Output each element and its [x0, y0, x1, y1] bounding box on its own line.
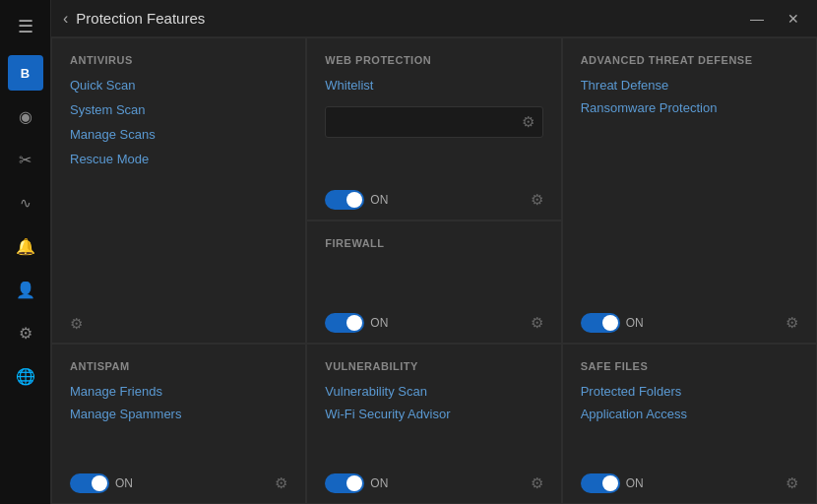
- antispam-gear-icon[interactable]: ⚙: [275, 474, 287, 492]
- card-safe-files: SAFE FILES Protected Folders Application…: [562, 344, 817, 504]
- card-web-protection-footer: ON ⚙: [325, 182, 542, 210]
- ransomware-protection-link[interactable]: Ransomware Protection: [581, 100, 798, 115]
- whitelist-gear-icon[interactable]: ⚙: [522, 113, 534, 131]
- whitelist-input[interactable]: ⚙: [325, 106, 542, 138]
- menu-icon[interactable]: ☰: [10, 8, 41, 45]
- vulnerability-toggle-container: ON: [325, 473, 388, 493]
- sidebar: ☰ B ◉ ✂ ∿ 🔔 👤 ⚙ 🌐: [0, 0, 51, 504]
- antispam-toggle-container: ON: [70, 473, 133, 493]
- back-button[interactable]: ‹: [63, 10, 68, 28]
- advanced-threat-toggle-container: ON: [581, 313, 644, 333]
- settings-icon: ⚙: [19, 324, 32, 343]
- page-title: Protection Features: [76, 10, 744, 27]
- card-advanced-threat: ADVANCED THREAT DEFENSE Threat Defense R…: [562, 37, 817, 344]
- card-firewall-footer: ON ⚙: [325, 305, 542, 333]
- card-firewall-title: FIREWALL: [325, 237, 542, 249]
- card-safe-files-footer: ON ⚙: [581, 466, 798, 493]
- whitelist-link[interactable]: Whitelist: [325, 78, 542, 93]
- close-button[interactable]: ✕: [782, 9, 805, 29]
- sidebar-item-bell[interactable]: 🔔: [8, 228, 43, 264]
- rescue-mode-link[interactable]: Rescue Mode: [70, 152, 287, 166]
- advanced-threat-toggle[interactable]: [581, 313, 620, 333]
- card-vulnerability: VULNERABILITY Vulnerability Scan Wi-Fi S…: [306, 344, 561, 504]
- sidebar-item-settings[interactable]: ⚙: [8, 315, 43, 350]
- sidebar-item-person[interactable]: 👤: [8, 272, 43, 307]
- card-antivirus-footer: ⚙: [70, 307, 287, 333]
- world-icon: 🌐: [16, 367, 35, 386]
- sidebar-item-world[interactable]: 🌐: [8, 358, 43, 394]
- card-firewall: FIREWALL ON ⚙: [306, 220, 561, 344]
- main-content: ‹ Protection Features — ✕ ANTIVIRUS Quic…: [51, 0, 817, 504]
- advanced-threat-toggle-label: ON: [626, 316, 644, 330]
- web-protection-toggle-container: ON: [325, 190, 388, 210]
- card-advanced-threat-title: ADVANCED THREAT DEFENSE: [581, 54, 798, 66]
- card-vulnerability-title: VULNERABILITY: [325, 360, 542, 372]
- window-controls: — ✕: [744, 9, 805, 29]
- manage-spammers-link[interactable]: Manage Spammers: [70, 407, 287, 421]
- wifi-security-link[interactable]: Wi-Fi Security Advisor: [325, 407, 542, 421]
- antivirus-gear-icon[interactable]: ⚙: [70, 315, 83, 333]
- card-antivirus-links: Quick Scan System Scan Manage Scans Resc…: [70, 78, 287, 297]
- card-web-protection: WEB PROTECTION Whitelist ⚙ ON ⚙: [306, 37, 561, 220]
- card-web-protection-links: Whitelist ⚙: [325, 78, 542, 172]
- protected-folders-link[interactable]: Protected Folders: [581, 384, 798, 399]
- card-firewall-links: [325, 261, 542, 295]
- card-advanced-threat-links: Threat Defense Ransomware Protection: [581, 78, 798, 295]
- sidebar-item-eye[interactable]: ◉: [8, 98, 43, 134]
- system-scan-link[interactable]: System Scan: [70, 102, 287, 117]
- sidebar-item-activity[interactable]: ∿: [8, 185, 43, 220]
- application-access-link[interactable]: Application Access: [581, 407, 798, 421]
- card-safe-files-title: SAFE FILES: [581, 360, 798, 372]
- card-vulnerability-footer: ON ⚙: [325, 466, 542, 493]
- antispam-toggle[interactable]: [70, 473, 109, 493]
- vulnerability-toggle[interactable]: [325, 473, 364, 493]
- manage-friends-link[interactable]: Manage Friends: [70, 384, 287, 399]
- antispam-toggle-label: ON: [115, 476, 133, 490]
- card-antispam-links: Manage Friends Manage Spammers: [70, 384, 287, 456]
- titlebar: ‹ Protection Features — ✕: [51, 0, 817, 37]
- safe-files-gear-icon[interactable]: ⚙: [786, 474, 798, 492]
- quick-scan-link[interactable]: Quick Scan: [70, 78, 287, 93]
- card-advanced-threat-footer: ON ⚙: [581, 305, 798, 333]
- safe-files-toggle[interactable]: [581, 473, 620, 493]
- card-vulnerability-links: Vulnerability Scan Wi-Fi Security Adviso…: [325, 384, 542, 456]
- firewall-gear-icon[interactable]: ⚙: [531, 314, 543, 332]
- sidebar-item-brand[interactable]: B: [8, 55, 43, 91]
- card-antispam-title: ANTISPAM: [70, 360, 287, 372]
- advanced-threat-gear-icon[interactable]: ⚙: [786, 314, 798, 332]
- firewall-toggle[interactable]: [325, 313, 364, 333]
- card-web-protection-title: WEB PROTECTION: [325, 54, 542, 66]
- card-antispam-footer: ON ⚙: [70, 466, 287, 493]
- web-protection-gear-icon[interactable]: ⚙: [531, 191, 543, 209]
- firewall-toggle-label: ON: [370, 316, 388, 330]
- tools-icon: ✂: [19, 151, 31, 169]
- vulnerability-gear-icon[interactable]: ⚙: [531, 474, 543, 492]
- card-safe-files-links: Protected Folders Application Access: [581, 384, 798, 456]
- manage-scans-link[interactable]: Manage Scans: [70, 127, 287, 142]
- vulnerability-scan-link[interactable]: Vulnerability Scan: [325, 384, 542, 399]
- bell-icon: 🔔: [16, 237, 35, 256]
- card-antivirus: ANTIVIRUS Quick Scan System Scan Manage …: [51, 37, 306, 344]
- sidebar-item-tools[interactable]: ✂: [8, 142, 43, 177]
- firewall-toggle-container: ON: [325, 313, 388, 333]
- web-protection-toggle-label: ON: [370, 193, 388, 207]
- safe-files-toggle-label: ON: [626, 476, 644, 490]
- threat-defense-link[interactable]: Threat Defense: [581, 78, 798, 93]
- person-icon: 👤: [16, 281, 35, 299]
- vulnerability-toggle-label: ON: [370, 476, 388, 490]
- activity-icon: ∿: [20, 195, 31, 211]
- card-antispam: ANTISPAM Manage Friends Manage Spammers …: [51, 344, 306, 504]
- safe-files-toggle-container: ON: [581, 473, 644, 493]
- card-antivirus-title: ANTIVIRUS: [70, 54, 287, 66]
- cards-grid: ANTIVIRUS Quick Scan System Scan Manage …: [51, 37, 817, 504]
- web-protection-toggle[interactable]: [325, 190, 364, 210]
- eye-icon: ◉: [19, 107, 32, 126]
- minimize-button[interactable]: —: [744, 9, 770, 29]
